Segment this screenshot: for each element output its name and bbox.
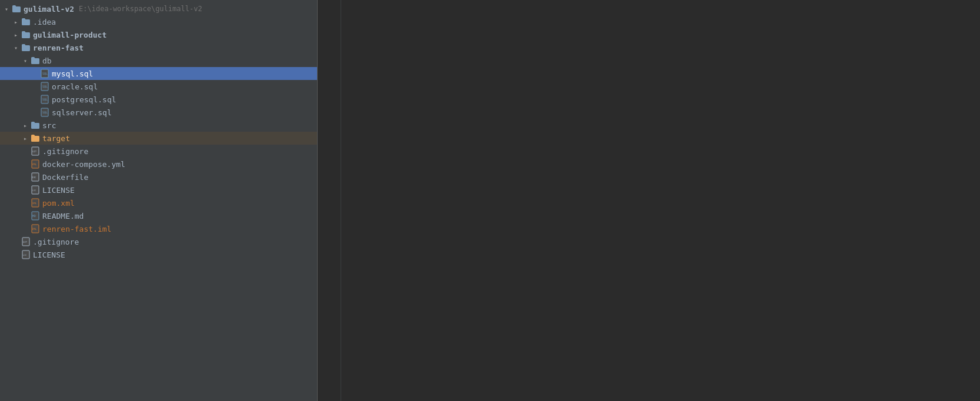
iml-icon: IML	[31, 224, 40, 233]
tree-item-mysql-sql[interactable]: SQLmysql.sql	[0, 67, 317, 80]
item-label: .gitignore	[42, 147, 88, 156]
svg-text:MD: MD	[32, 214, 36, 218]
gitignore-icon: GIT	[21, 237, 31, 246]
sql-icon: SQL	[40, 82, 49, 91]
item-label: README.md	[42, 212, 84, 220]
item-label: gulimall-product	[33, 31, 106, 39]
tree-item-license1[interactable]: LICLICENSE	[0, 183, 317, 196]
item-label: postgresql.sql	[52, 95, 116, 104]
folder-icon	[21, 30, 31, 39]
item-path: E:\idea-workspace\gulimall-v2	[79, 5, 202, 13]
item-label: Dockerfile	[42, 173, 88, 182]
tree-item-gitignore1[interactable]: GIT.gitignore	[0, 145, 317, 158]
license-icon: LIC	[31, 185, 40, 195]
db-box-wrapper: db	[0, 54, 317, 67]
tree-item-docker-compose[interactable]: YMLdocker-compose.yml	[0, 158, 317, 171]
sql-icon: SQL	[40, 108, 49, 117]
code-content	[341, 0, 980, 401]
tree-item-renren-fast-iml[interactable]: IMLrenren-fast.iml	[0, 222, 317, 235]
arrow-icon	[21, 56, 29, 65]
tree-item-target[interactable]: target	[0, 132, 317, 145]
item-label: LICENSE	[33, 250, 65, 259]
tree-item-db[interactable]: db	[0, 54, 317, 67]
svg-text:GIT: GIT	[32, 150, 37, 153]
tree-item-sqlserver-sql[interactable]: SQLsqlserver.sql	[0, 106, 317, 119]
item-label: mysql.sql	[52, 69, 93, 78]
tree-item-gulimall-product[interactable]: gulimall-product	[0, 28, 317, 41]
item-label: renren-fast	[33, 44, 84, 52]
item-label: oracle.sql	[52, 82, 98, 91]
file-tree[interactable]: gulimall-v2E:\idea-workspace\gulimall-v2…	[0, 0, 318, 401]
item-label: db	[42, 56, 52, 65]
svg-text:SQL: SQL	[42, 111, 48, 114]
item-label: sqlserver.sql	[52, 108, 112, 117]
svg-text:YML: YML	[32, 163, 36, 166]
tree-item-idea[interactable]: .idea	[0, 15, 317, 28]
tree-item-renren-fast[interactable]: renren-fast	[0, 41, 317, 54]
tree-item-dockerfile[interactable]: DOCDockerfile	[0, 171, 317, 183]
item-label: src	[42, 121, 56, 130]
svg-text:SQL: SQL	[42, 98, 48, 101]
svg-text:GIT: GIT	[23, 240, 28, 243]
gitignore-icon: GIT	[31, 146, 40, 156]
tree-item-gulimall-v2[interactable]: gulimall-v2E:\idea-workspace\gulimall-v2	[0, 2, 317, 15]
code-editor	[318, 0, 980, 401]
folder-icon	[21, 43, 31, 52]
folder-icon	[31, 121, 40, 130]
arrow-icon	[12, 44, 20, 52]
item-label: .gitignore	[33, 238, 79, 246]
arrow-icon	[21, 134, 29, 142]
yml-icon: YML	[31, 159, 40, 169]
item-label: docker-compose.yml	[42, 160, 125, 169]
item-label: pom.xml	[42, 199, 75, 208]
svg-text:LIC: LIC	[32, 189, 36, 192]
svg-text:SQL: SQL	[42, 72, 48, 75]
tree-item-readme[interactable]: MDREADME.md	[0, 209, 317, 222]
tree-item-src[interactable]: src	[0, 119, 317, 132]
item-label: .idea	[33, 18, 56, 26]
arrow-icon	[12, 18, 20, 26]
arrow-icon	[2, 5, 11, 13]
license-icon: LIC	[21, 250, 31, 259]
arrow-icon	[21, 121, 29, 129]
dockerfile-icon: DOC	[31, 172, 40, 182]
folder-icon	[31, 56, 40, 65]
tree-item-pom[interactable]: XMLpom.xml	[0, 196, 317, 209]
arrow-icon	[12, 31, 20, 39]
md-icon: MD	[31, 211, 40, 220]
tree-item-oracle-sql[interactable]: SQLoracle.sql	[0, 80, 317, 93]
item-label: target	[42, 134, 70, 143]
item-label: gulimall-v2	[24, 5, 74, 14]
svg-text:XML: XML	[32, 202, 37, 205]
tree-item-postgresql-sql[interactable]: SQLpostgresql.sql	[0, 93, 317, 106]
item-label: renren-fast.iml	[42, 225, 111, 233]
item-label: LICENSE	[42, 186, 75, 195]
svg-text:LIC: LIC	[23, 254, 26, 256]
sql-icon: SQL	[40, 95, 49, 104]
pom-icon: XML	[31, 198, 40, 208]
tree-item-gitignore2[interactable]: GIT.gitignore	[0, 235, 317, 248]
tree-item-license2[interactable]: LICLICENSE	[0, 248, 317, 261]
sql-icon: SQL	[40, 69, 49, 78]
folder-orange-icon	[31, 133, 40, 143]
svg-text:SQL: SQL	[42, 85, 48, 88]
folder-icon	[12, 4, 21, 14]
line-numbers	[318, 0, 341, 401]
svg-text:DOC: DOC	[32, 176, 36, 179]
svg-text:IML: IML	[32, 228, 36, 230]
folder-icon	[21, 17, 31, 26]
